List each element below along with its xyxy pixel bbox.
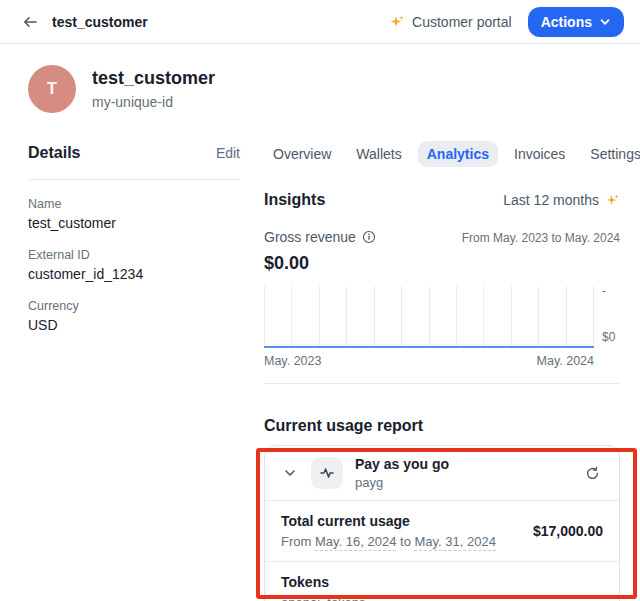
page-title: test_customer [52, 14, 148, 30]
field-value: test_customer [28, 215, 240, 231]
insights-heading: Insights [264, 191, 325, 209]
range-from-date[interactable]: May. 16, 2024 [315, 534, 396, 551]
details-divider [28, 179, 240, 180]
chart-gridline [402, 286, 429, 348]
plan-row: Pay as you go payg [265, 446, 619, 500]
avatar: T [28, 65, 76, 113]
back-arrow-icon [22, 14, 38, 30]
field-label: Name [28, 197, 240, 211]
chart-x-axis: May. 2023 May. 2024 [264, 354, 594, 368]
customer-profile: T test_customer my-unique-id [0, 44, 640, 113]
chart-plot-area [264, 286, 594, 348]
actions-button[interactable]: Actions [528, 7, 624, 37]
field-value: customer_id_1234 [28, 266, 240, 282]
chart-gridline [539, 286, 566, 348]
chart-gridline [347, 286, 374, 348]
range-to-date[interactable]: May. 31, 2024 [414, 534, 495, 551]
main-panel: Overview Wallets Analytics Invoices Sett… [264, 141, 620, 601]
tab-invoices[interactable]: Invoices [505, 141, 574, 167]
x-tick-end: May. 2024 [537, 354, 594, 368]
chart-y-axis: - $0 [594, 286, 620, 348]
gross-revenue-label: Gross revenue [264, 229, 356, 245]
usage-item-name: Tokens [281, 574, 603, 590]
customer-portal-label: Customer portal [412, 14, 512, 30]
customer-unique-id: my-unique-id [92, 94, 215, 110]
field-value: USD [28, 317, 240, 333]
plan-code: payg [355, 475, 449, 490]
chart-gridline [375, 286, 402, 348]
chart-gridline [430, 286, 457, 348]
sparkle-icon [390, 14, 405, 29]
chart-gridline [567, 286, 594, 348]
chart-gridline [265, 286, 292, 348]
refresh-icon [584, 465, 601, 482]
chart-gridline [512, 286, 539, 348]
total-usage-range: From May. 16, 2024 to May. 31, 2024 [281, 534, 496, 549]
tab-settings[interactable]: Settings [581, 141, 640, 167]
chart-zero-line [264, 346, 594, 348]
field-label: External ID [28, 248, 240, 262]
total-usage-label: Total current usage [281, 513, 496, 529]
period-selector[interactable]: Last 12 months [503, 192, 620, 208]
collapse-button[interactable] [281, 464, 299, 482]
chart-gridline [484, 286, 511, 348]
pulse-icon [311, 457, 343, 489]
gross-revenue-chart: - $0 [264, 286, 620, 348]
details-panel: Details Edit Name test_customer External… [28, 141, 240, 601]
detail-field-external-id: External ID customer_id_1234 [28, 248, 240, 282]
x-tick-start: May. 2023 [264, 354, 321, 368]
sparkle-icon [606, 193, 620, 207]
actions-label: Actions [541, 14, 592, 30]
chevron-down-icon [283, 466, 297, 480]
tab-wallets[interactable]: Wallets [347, 141, 410, 167]
usage-item-code: openai_tokens [281, 595, 603, 601]
gross-revenue-range: From May. 2023 to May. 2024 [462, 229, 620, 245]
field-label: Currency [28, 299, 240, 313]
usage-item-row: Tokens openai_tokens [265, 561, 619, 601]
details-heading: Details [28, 144, 80, 162]
chart-gridline [292, 286, 319, 348]
customer-portal-button[interactable]: Customer portal [390, 14, 512, 30]
usage-card: Pay as you go payg Total current usage F… [264, 445, 620, 601]
chart-gridline [457, 286, 484, 348]
y-tick-zero: $0 [602, 330, 615, 344]
tab-bar: Overview Wallets Analytics Invoices Sett… [264, 141, 620, 167]
period-label: Last 12 months [503, 192, 599, 208]
detail-field-currency: Currency USD [28, 299, 240, 333]
range-joiner: to [400, 534, 411, 549]
info-icon[interactable] [362, 230, 376, 244]
tab-analytics[interactable]: Analytics [418, 141, 498, 167]
refresh-button[interactable] [582, 463, 603, 484]
topbar: test_customer Customer portal Actions [0, 0, 640, 44]
edit-button[interactable]: Edit [216, 145, 240, 161]
range-prefix: From [281, 534, 311, 549]
chart-gridline [320, 286, 347, 348]
usage-report-heading: Current usage report [264, 417, 620, 435]
detail-field-name: Name test_customer [28, 197, 240, 231]
total-usage-amount: $17,000.00 [533, 523, 603, 539]
y-tick-max: - [602, 284, 606, 298]
chevron-down-icon [599, 16, 611, 28]
section-divider [264, 383, 620, 384]
back-button[interactable] [22, 14, 38, 30]
tab-overview[interactable]: Overview [264, 141, 340, 167]
customer-name: test_customer [92, 68, 215, 89]
plan-name: Pay as you go [355, 456, 449, 472]
gross-revenue-amount: $0.00 [264, 253, 376, 274]
total-usage-row: Total current usage From May. 16, 2024 t… [265, 500, 619, 561]
